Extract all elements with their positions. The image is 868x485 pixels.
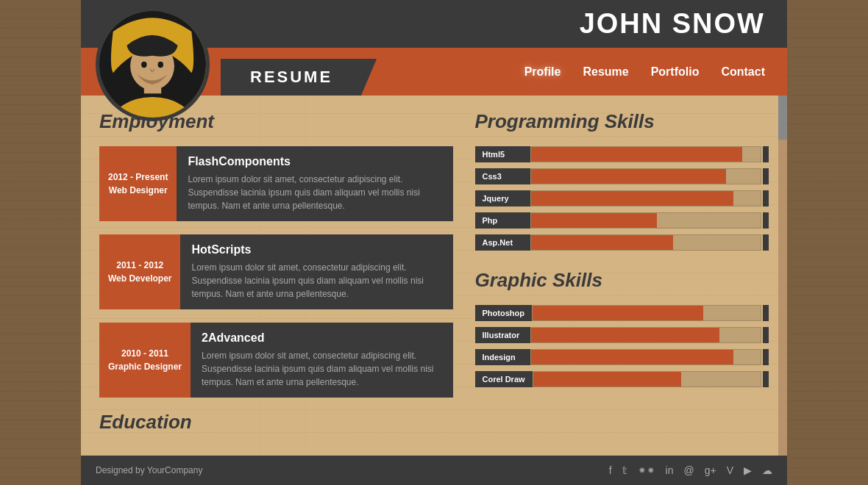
skill-name-illustrator: Illustrator: [475, 327, 530, 343]
avatar: [96, 7, 210, 121]
employment-desc-1: Lorem ipsum dolor sit amet, consectetur …: [188, 173, 441, 212]
nav-portfolio[interactable]: Portfolio: [651, 65, 700, 79]
skill-coreldraw: Corel Draw: [475, 371, 769, 387]
right-column: Programming Skills Html5 Css3: [468, 110, 769, 441]
resume-label: RESUME: [221, 59, 377, 96]
skill-bar-jquery: [530, 190, 762, 206]
main-content-wrapper: JOHN SNOW: [81, 0, 787, 485]
footer-credit: Designed by YourCompany: [96, 465, 202, 475]
skill-jquery: Jquery: [475, 190, 769, 206]
social-flickr-icon[interactable]: ⁕⁕: [638, 464, 655, 476]
social-skype2-icon[interactable]: ☁: [762, 464, 772, 476]
skill-name-photoshop: Photoshop: [475, 305, 532, 321]
nav-contact[interactable]: Contact: [721, 65, 765, 79]
skill-fill-html5: [531, 147, 743, 162]
employment-date-2: 2011 - 2012 Web Developer: [99, 234, 180, 309]
social-vimeo-icon[interactable]: V: [727, 464, 733, 476]
skill-fill-aspnet: [531, 235, 674, 250]
skill-indesign: Indesign: [475, 349, 769, 365]
skill-name-jquery: Jquery: [475, 190, 530, 206]
social-skype-icon[interactable]: @: [683, 464, 694, 476]
graphic-skills-section: Graphic Skills Photoshop Illustrator: [475, 269, 769, 387]
wood-left-panel: [0, 0, 81, 485]
page-background: JOHN SNOW: [0, 0, 868, 485]
avatar-image: [99, 11, 206, 118]
nav-resume[interactable]: Resume: [583, 65, 628, 79]
employment-item-2: 2011 - 2012 Web Developer HotScripts Lor…: [99, 234, 453, 309]
resume-label-wrap: RESUME: [221, 59, 377, 96]
skill-name-css3: Css3: [475, 168, 530, 184]
education-title: Education: [99, 411, 453, 434]
skill-fill-coreldraw: [533, 372, 681, 387]
employment-desc-2: Lorem ipsum dolor sit amet, consectetur …: [191, 261, 441, 301]
skill-name-coreldraw: Corel Draw: [475, 371, 533, 387]
skill-css3: Css3: [475, 168, 769, 184]
social-linkedin-icon[interactable]: in: [666, 464, 674, 476]
skill-html5: Html5: [475, 146, 769, 162]
nav-profile[interactable]: Profile: [524, 65, 561, 79]
employment-date-1: 2012 - Present Web Designer: [99, 146, 177, 221]
skill-bar-html5: [530, 146, 762, 162]
header: JOHN SNOW: [81, 0, 787, 96]
programming-skills-section: Programming Skills Html5 Css3: [475, 110, 769, 251]
skill-illustrator: Illustrator: [475, 327, 769, 343]
employment-date-3: 2010 - 2011 Graphic Designer: [99, 323, 191, 398]
skill-bar-css3: [530, 168, 762, 184]
social-googleplus-icon[interactable]: g+: [705, 464, 716, 476]
footer: Designed by YourCompany f 𝕥 ⁕⁕ in @ g+ V…: [81, 456, 787, 485]
skill-name-indesign: Indesign: [475, 349, 530, 365]
programming-skills-title: Programming Skills: [475, 110, 769, 133]
employment-content-2: HotScripts Lorem ipsum dolor sit amet, c…: [180, 234, 452, 309]
svg-point-5: [158, 62, 163, 68]
skill-fill-illustrator: [531, 328, 719, 342]
scrollbar-thumb[interactable]: [778, 96, 787, 140]
skill-name-php: Php: [475, 212, 530, 229]
skill-fill-php: [531, 213, 658, 228]
skill-name-html5: Html5: [475, 146, 530, 162]
skill-bar-indesign: [530, 349, 762, 365]
skill-bar-illustrator: [530, 327, 762, 343]
employment-item-1: 2012 - Present Web Designer FlashCompone…: [99, 146, 453, 221]
skill-bar-photoshop: [532, 305, 761, 321]
employment-company-1: FlashComponents: [188, 155, 441, 168]
employment-company-2: HotScripts: [191, 243, 441, 256]
skill-fill-indesign: [531, 350, 733, 364]
footer-social: f 𝕥 ⁕⁕ in @ g+ V ▶ ☁: [609, 464, 772, 476]
employment-company-3: 2Advanced: [202, 331, 441, 345]
skill-aspnet: Asp.Net: [475, 234, 769, 251]
content-area: Employment 2012 - Present Web Designer F…: [81, 96, 787, 456]
social-twitter-icon[interactable]: 𝕥: [622, 464, 627, 476]
employment-content-3: 2Advanced Lorem ipsum dolor sit amet, co…: [191, 323, 452, 398]
employment-item-3: 2010 - 2011 Graphic Designer 2Advanced L…: [99, 323, 453, 398]
skill-name-aspnet: Asp.Net: [475, 234, 530, 251]
scrollbar-track[interactable]: [778, 96, 787, 456]
social-youtube-icon[interactable]: ▶: [744, 464, 752, 476]
skill-photoshop: Photoshop: [475, 305, 769, 321]
left-column: Employment 2012 - Present Web Designer F…: [99, 110, 468, 441]
employment-desc-3: Lorem ipsum dolor sit amet, consectetur …: [202, 349, 441, 389]
skill-fill-jquery: [531, 191, 733, 206]
employment-content-1: FlashComponents Lorem ipsum dolor sit am…: [177, 146, 452, 221]
social-facebook-icon[interactable]: f: [609, 464, 612, 476]
graphic-skills-title: Graphic Skills: [475, 269, 769, 292]
svg-point-4: [141, 62, 146, 68]
skill-bar-php: [530, 212, 762, 229]
skill-bar-aspnet: [530, 234, 762, 251]
wood-right-panel: [787, 0, 868, 485]
skill-fill-photoshop: [533, 306, 704, 320]
skill-bar-coreldraw: [533, 371, 761, 387]
skill-php: Php: [475, 212, 769, 229]
site-name: JOHN SNOW: [580, 8, 765, 40]
skill-fill-css3: [531, 169, 727, 184]
